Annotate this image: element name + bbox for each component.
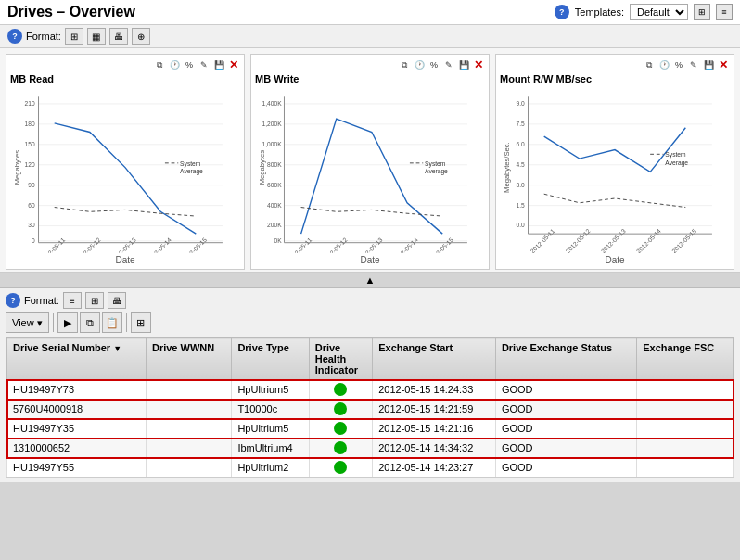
table-row[interactable]: HU19497Y55HpUltrium22012-05-14 14:23:27G… bbox=[7, 458, 734, 477]
svg-text:2012-05-11: 2012-05-11 bbox=[529, 227, 555, 253]
close-icon[interactable]: ✕ bbox=[472, 58, 485, 71]
svg-text:2012-05-12: 2012-05-12 bbox=[321, 236, 348, 253]
svg-text:3.0: 3.0 bbox=[516, 182, 525, 188]
cell-serial: 5760U4000918 bbox=[7, 400, 147, 419]
copy-icon[interactable]: ⧉ bbox=[398, 58, 411, 71]
cell-wwnn bbox=[146, 400, 231, 419]
edit-icon[interactable]: ✎ bbox=[687, 58, 700, 71]
cell-type: HpUltrium2 bbox=[232, 458, 309, 477]
copy-icon[interactable]: ⧉ bbox=[643, 58, 656, 71]
grid-add-btn[interactable]: ⊞ bbox=[131, 312, 151, 333]
cell-wwnn bbox=[146, 458, 231, 477]
format-add-btn[interactable]: ⊕ bbox=[132, 28, 150, 45]
table-row[interactable]: HU19497Y35HpUltrium52012-05-15 14:21:16G… bbox=[7, 419, 734, 439]
svg-text:2012-05-15: 2012-05-15 bbox=[181, 236, 208, 253]
svg-text:2012-05-11: 2012-05-11 bbox=[286, 236, 313, 253]
manage-icon[interactable]: ≡ bbox=[716, 4, 733, 20]
svg-text:210: 210 bbox=[25, 100, 35, 107]
clock-icon[interactable]: 🕐 bbox=[657, 58, 670, 71]
page-title: Drives – Overview bbox=[7, 4, 135, 20]
table-format-grid-btn[interactable]: ⊞ bbox=[85, 292, 104, 309]
percent-icon[interactable]: % bbox=[427, 58, 440, 71]
svg-text:Megabytes: Megabytes bbox=[13, 150, 21, 185]
chart-mb-write-xlabel: Date bbox=[255, 255, 485, 265]
table-row[interactable]: 1310000652IbmUltrium42012-05-14 14:34:32… bbox=[7, 439, 734, 458]
cell-type: HpUltrium5 bbox=[232, 380, 309, 400]
toolbar-separator bbox=[53, 313, 54, 332]
cell-exchange-status: GOOD bbox=[495, 380, 636, 400]
svg-text:120: 120 bbox=[25, 161, 35, 168]
clock-icon[interactable]: 🕐 bbox=[168, 58, 181, 71]
svg-text:2012-05-13: 2012-05-13 bbox=[357, 236, 384, 253]
format-table-btn[interactable]: ▦ bbox=[87, 28, 106, 45]
save-icon[interactable]: 💾 bbox=[212, 58, 225, 71]
save-icon[interactable]: 💾 bbox=[702, 58, 715, 71]
view-dropdown-btn[interactable]: View ▾ bbox=[6, 312, 49, 333]
save-icon[interactable]: 💾 bbox=[457, 58, 470, 71]
view-grid-icon[interactable]: ⊞ bbox=[694, 4, 710, 20]
col-header-fsc[interactable]: Exchange FSC bbox=[637, 338, 734, 380]
header-controls: ? Templates: Default ⊞ ≡ bbox=[555, 4, 733, 20]
col-header-type[interactable]: Drive Type bbox=[232, 338, 309, 380]
close-icon[interactable]: ✕ bbox=[717, 58, 730, 71]
table-format-list-btn[interactable]: ≡ bbox=[63, 292, 82, 309]
format-grid-btn[interactable]: ⊞ bbox=[65, 28, 83, 45]
chart-mb-write-area: Megabytes 1,400K 1,200K 1,000K 800K 600K… bbox=[255, 86, 485, 253]
table-help-icon[interactable]: ? bbox=[6, 293, 20, 308]
table-format-print-btn[interactable]: 🖶 bbox=[108, 292, 126, 309]
percent-icon[interactable]: % bbox=[672, 58, 685, 71]
copy-icon[interactable]: ⧉ bbox=[153, 58, 166, 71]
clock-icon[interactable]: 🕐 bbox=[413, 58, 426, 71]
edit-icon[interactable]: ✎ bbox=[198, 58, 211, 71]
templates-select[interactable]: Default bbox=[630, 4, 688, 20]
svg-text:800K: 800K bbox=[267, 161, 282, 168]
svg-text:System: System bbox=[425, 160, 446, 168]
paste-btn[interactable]: 📋 bbox=[102, 312, 122, 333]
data-table-container: Drive Serial Number ▼ Drive WWNN Drive T… bbox=[6, 337, 734, 478]
chart-mount-rw-title: Mount R/W MB/sec bbox=[500, 73, 730, 84]
table-header-row: Drive Serial Number ▼ Drive WWNN Drive T… bbox=[7, 338, 734, 380]
svg-text:90: 90 bbox=[28, 182, 35, 188]
svg-text:Megabytes/Sec.: Megabytes/Sec. bbox=[503, 142, 511, 193]
table-format-label: Format: bbox=[24, 295, 59, 306]
play-btn[interactable]: ▶ bbox=[57, 312, 78, 333]
copy-btn[interactable]: ⧉ bbox=[80, 312, 100, 333]
table-row[interactable]: 5760U4000918T10000c2012-05-15 14:21:59GO… bbox=[7, 400, 734, 419]
cell-type: T10000c bbox=[232, 400, 309, 419]
table-row[interactable]: HU19497Y73HpUltrium52012-05-15 14:24:33G… bbox=[7, 380, 734, 400]
format-print-btn[interactable]: 🖶 bbox=[109, 28, 128, 45]
format-label: Format: bbox=[26, 31, 61, 42]
col-header-wwnn[interactable]: Drive WWNN bbox=[146, 338, 231, 380]
svg-text:2012-05-13: 2012-05-13 bbox=[110, 236, 137, 253]
chart-mb-write-toolbar: ⧉ 🕐 % ✎ 💾 ✕ bbox=[255, 58, 485, 71]
svg-text:2012-05-14: 2012-05-14 bbox=[146, 236, 172, 253]
edit-icon[interactable]: ✎ bbox=[442, 58, 455, 71]
col-header-health[interactable]: DriveHealthIndicator bbox=[309, 338, 373, 380]
col-header-exchange-start[interactable]: Exchange Start bbox=[373, 338, 496, 380]
svg-text:1,200K: 1,200K bbox=[262, 121, 283, 127]
chart-mount-rw-area: Megabytes/Sec. 9.0 7.5 6.0 4.5 3.0 1.5 0… bbox=[500, 86, 730, 253]
cell-serial: 1310000652 bbox=[7, 439, 147, 458]
cell-type: HpUltrium5 bbox=[232, 419, 309, 439]
help-icon[interactable]: ? bbox=[555, 5, 569, 19]
svg-text:2012-05-13: 2012-05-13 bbox=[600, 227, 627, 253]
svg-text:Average: Average bbox=[180, 168, 203, 175]
svg-text:2012-05-14: 2012-05-14 bbox=[635, 227, 662, 253]
col-header-serial[interactable]: Drive Serial Number ▼ bbox=[7, 338, 147, 380]
cell-exchange-status: GOOD bbox=[495, 458, 636, 477]
chart-mb-read-title: MB Read bbox=[10, 73, 240, 84]
cell-exchange-start: 2012-05-15 14:21:59 bbox=[373, 400, 496, 419]
col-header-exchange-status[interactable]: Drive Exchange Status bbox=[495, 338, 636, 380]
svg-text:System: System bbox=[180, 160, 201, 168]
svg-text:400K: 400K bbox=[267, 202, 282, 209]
chart-mb-write-svg: Megabytes 1,400K 1,200K 1,000K 800K 600K… bbox=[255, 86, 485, 253]
svg-text:60: 60 bbox=[28, 202, 35, 209]
svg-text:200K: 200K bbox=[267, 222, 282, 228]
cell-serial: HU19497Y35 bbox=[7, 419, 147, 439]
svg-text:2012-05-11: 2012-05-11 bbox=[39, 236, 66, 253]
collapse-bar[interactable]: ▲ bbox=[0, 273, 740, 288]
format-help-icon[interactable]: ? bbox=[7, 29, 22, 44]
percent-icon[interactable]: % bbox=[183, 58, 196, 71]
close-icon[interactable]: ✕ bbox=[227, 58, 240, 71]
svg-text:2012-05-12: 2012-05-12 bbox=[75, 236, 102, 253]
